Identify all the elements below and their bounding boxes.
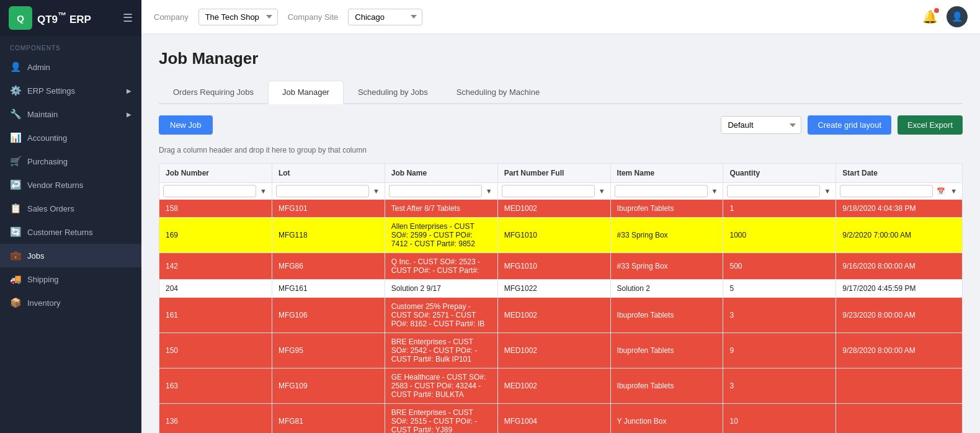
sidebar-item-accounting[interactable]: 📊 Accounting [0, 126, 141, 150]
table-cell-0: 204 [159, 280, 272, 298]
col-job-name[interactable]: Job Name [385, 164, 497, 183]
table-cell-3: MFG1022 [497, 280, 610, 298]
sidebar-item-erp-settings[interactable]: ⚙️ ERP Settings ▶ [0, 79, 141, 102]
sidebar: Q QT9™ ERP ☰ COMPONENTS 👤 Admin ⚙️ ERP S… [0, 0, 141, 433]
sidebar-item-admin[interactable]: 👤 Admin [0, 55, 141, 79]
sidebar-item-inventory[interactable]: 📦 Inventory [0, 291, 141, 315]
tabs-bar: Orders Requiring Jobs Job Manager Schedu… [159, 81, 963, 104]
filter-cell-start-date: 📅 ▼ [836, 183, 963, 200]
col-start-date[interactable]: Start Date [836, 164, 963, 183]
sidebar-item-jobs[interactable]: 💼 Jobs [0, 244, 141, 267]
sales-orders-icon: 📋 [10, 203, 21, 214]
table-cell-2: GE Healthcare - CUST SO#: 2583 - CUST PO… [385, 368, 497, 404]
sidebar-item-vendor-returns[interactable]: ↩️ Vendor Returns [0, 173, 141, 197]
table-row[interactable]: 204MFG161Solution 2 9/17MFG1022Solution … [159, 280, 963, 298]
table-cell-2: Solution 2 9/17 [385, 280, 497, 298]
table-row[interactable]: 169MFG118Allen Enterprises - CUST SO#: 2… [159, 218, 963, 253]
tab-job-manager[interactable]: Job Manager [268, 81, 344, 104]
filter-btn-start-date[interactable]: ▼ [949, 186, 958, 196]
table-row[interactable]: 150MFG95BRE Enterprises - CUST SO#: 2542… [159, 333, 963, 368]
col-job-number[interactable]: Job Number [159, 164, 272, 183]
filter-input-quantity[interactable] [727, 185, 820, 197]
job-table: Job Number Lot Job Name Part Number Full… [159, 163, 963, 433]
filter-input-part-number[interactable] [502, 185, 595, 197]
sidebar-item-label: Maintain [27, 110, 58, 119]
table-cell-4: Ibuprofen Tablets [610, 368, 723, 404]
filter-input-job-name[interactable] [389, 185, 482, 197]
table-cell-1: MFG109 [272, 368, 385, 404]
layout-select[interactable]: Default [721, 116, 801, 134]
sidebar-item-customer-returns[interactable]: 🔄 Customer Returns [0, 220, 141, 244]
calendar-btn-start-date[interactable]: 📅 [935, 186, 947, 197]
avatar[interactable]: 👤 [947, 6, 968, 27]
toolbar: New Job Default Create grid layout Excel… [159, 115, 963, 135]
filter-btn-item-name[interactable]: ▼ [710, 186, 719, 196]
table-row[interactable]: 136MFG81BRE Enterprises - CUST SO#: 2515… [159, 404, 963, 434]
table-cell-5: 5 [723, 280, 836, 298]
create-grid-layout-button[interactable]: Create grid layout [808, 115, 891, 135]
sidebar-item-purchasing[interactable]: 🛒 Purchasing [0, 150, 141, 173]
table-cell-0: 158 [159, 200, 272, 218]
table-cell-5: 500 [723, 253, 836, 280]
sidebar-item-maintain[interactable]: 🔧 Maintain ▶ [0, 102, 141, 126]
filter-input-start-date[interactable] [840, 185, 933, 197]
filter-input-job-number[interactable] [163, 185, 256, 197]
table-cell-5: 3 [723, 368, 836, 404]
admin-icon: 👤 [10, 61, 21, 73]
notification-dot [934, 8, 939, 13]
table-row[interactable]: 142MFG86Q Inc. - CUST SO#: 2523 - CUST P… [159, 253, 963, 280]
sidebar-item-label: Vendor Returns [27, 181, 83, 190]
filter-btn-lot[interactable]: ▼ [372, 186, 381, 196]
filter-input-lot[interactable] [276, 185, 369, 197]
table-row[interactable]: 161MFG106Customer 25% Prepay - CUST SO#:… [159, 298, 963, 333]
table-cell-0: 161 [159, 298, 272, 333]
filter-cell-quantity: ▼ [723, 183, 836, 200]
shipping-icon: 🚚 [10, 274, 21, 285]
sidebar-item-label: Shipping [27, 275, 59, 284]
tab-orders-requiring-jobs[interactable]: Orders Requiring Jobs [159, 81, 268, 104]
sidebar-logo: Q QT9™ ERP ☰ [0, 0, 141, 36]
tab-scheduling-by-machine[interactable]: Scheduling by Machine [442, 81, 554, 104]
table-cell-1: MFG118 [272, 218, 385, 253]
grid-container: Job Number Lot Job Name Part Number Full… [159, 163, 963, 433]
table-cell-0: 150 [159, 333, 272, 368]
sidebar-item-shipping[interactable]: 🚚 Shipping [0, 267, 141, 291]
table-cell-2: Test After 8/7 Tablets [385, 200, 497, 218]
filter-btn-part-number[interactable]: ▼ [597, 186, 607, 196]
table-cell-4: #33 Spring Box [610, 253, 723, 280]
col-lot[interactable]: Lot [272, 164, 385, 183]
col-quantity[interactable]: Quantity [723, 164, 836, 183]
table-cell-5: 9 [723, 333, 836, 368]
excel-export-button[interactable]: Excel Export [898, 115, 963, 135]
table-cell-3: MED1002 [497, 368, 610, 404]
table-cell-6: 9/2/2020 7:00:00 AM [836, 218, 963, 253]
filter-btn-job-number[interactable]: ▼ [259, 186, 268, 196]
site-select[interactable]: Chicago [348, 9, 422, 25]
col-item-name[interactable]: Item Name [610, 164, 723, 183]
table-cell-0: 169 [159, 218, 272, 253]
customer-returns-icon: 🔄 [10, 226, 21, 238]
hamburger-button[interactable]: ☰ [123, 11, 133, 25]
table-cell-3: MFG1010 [497, 253, 610, 280]
filter-cell-job-number: ▼ [159, 183, 272, 200]
filter-btn-job-name[interactable]: ▼ [484, 186, 494, 196]
table-cell-4: Ibuprofen Tablets [610, 200, 723, 218]
table-row[interactable]: 158MFG101Test After 8/7 TabletsMED1002Ib… [159, 200, 963, 218]
table-row[interactable]: 163MFG109GE Healthcare - CUST SO#: 2583 … [159, 368, 963, 404]
table-cell-5: 3 [723, 298, 836, 333]
filter-cell-item-name: ▼ [610, 183, 723, 200]
tab-scheduling-by-jobs[interactable]: Scheduling by Jobs [344, 81, 442, 104]
table-cell-2: Q Inc. - CUST SO#: 2523 - CUST PO#: - CU… [385, 253, 497, 280]
filter-input-item-name[interactable] [615, 185, 708, 197]
table-cell-4: Solution 2 [610, 280, 723, 298]
topbar: Company The Tech Shop Company Site Chica… [141, 0, 980, 34]
notification-bell[interactable]: 🔔 [922, 9, 938, 24]
table-cell-5: 1000 [723, 218, 836, 253]
col-part-number[interactable]: Part Number Full [497, 164, 610, 183]
new-job-button[interactable]: New Job [159, 115, 213, 135]
sidebar-item-sales-orders[interactable]: 📋 Sales Orders [0, 197, 141, 220]
company-select[interactable]: The Tech Shop [198, 9, 278, 25]
chevron-icon: ▶ [127, 111, 131, 118]
filter-btn-quantity[interactable]: ▼ [822, 186, 832, 196]
table-cell-1: MFG86 [272, 253, 385, 280]
